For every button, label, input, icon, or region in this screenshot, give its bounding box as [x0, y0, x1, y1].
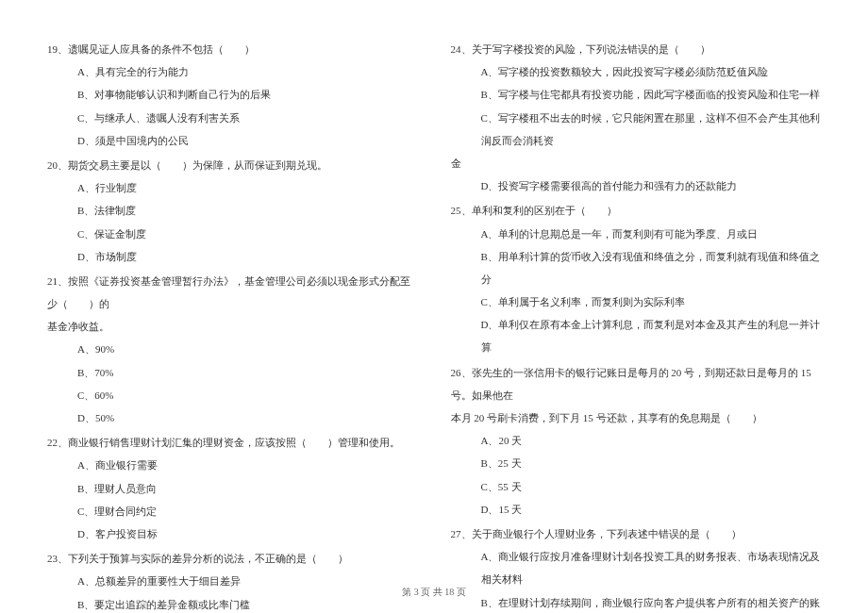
question-text: 27、关于商业银行个人理财业务，下列表述中错误的是（ ）: [451, 522, 822, 545]
option-d: D、市场制度: [47, 245, 418, 268]
question-text: 21、按照《证券投资基金管理暂行办法》，基金管理公司必须以现金形式分配至少（ ）…: [47, 270, 418, 315]
option-d: D、客户投资目标: [47, 522, 418, 545]
option-a: A、商业银行应按月准备理财计划各投资工具的财务报表、市场表现情况及相关材料: [451, 545, 822, 590]
option-b: B、对事物能够认识和判断自己行为的后果: [47, 83, 418, 106]
question-text: 19、遗嘱见证人应具备的条件不包括（ ）: [47, 38, 418, 60]
option-b: B、25 天: [451, 452, 822, 474]
option-a: A、单利的计息期总是一年，而复利则有可能为季度、月或日: [451, 223, 822, 245]
question-22: 22、商业银行销售理财计划汇集的理财资金，应该按照（ ）管理和使用。 A、商业银…: [47, 431, 418, 545]
question-26: 26、张先生的一张信用卡的银行记账日是每月的 20 号，到期还款日是每月的 15…: [451, 361, 822, 521]
question-text: 23、下列关于预算与实际的差异分析的说法，不正确的是（ ）: [47, 547, 418, 570]
option-d: D、50%: [47, 406, 418, 429]
exam-content: 19、遗嘱见证人应具备的条件不包括（ ） A、具有完全的行为能力 B、对事物能够…: [47, 38, 821, 566]
option-a: A、20 天: [451, 429, 822, 452]
question-text-cont: 基金净收益。: [47, 315, 418, 338]
option-c: C、单利属于名义利率，而复利则为实际利率: [451, 290, 822, 313]
option-b: B、理财人员意向: [47, 477, 418, 500]
question-20: 20、期货交易主要是以（ ）为保障，从而保证到期兑现。 A、行业制度 B、法律制…: [47, 154, 418, 268]
option-d: D、单利仅在原有本金上计算利息，而复利是对本金及其产生的利息一并计算: [451, 313, 822, 358]
option-b: B、写字楼与住宅都具有投资功能，因此写字楼面临的投资风险和住宅一样: [451, 83, 822, 106]
option-d: D、15 天: [451, 498, 822, 521]
option-a: A、具有完全的行为能力: [47, 60, 418, 83]
option-a: A、商业银行需要: [47, 454, 418, 476]
right-column: 24、关于写字楼投资的风险，下列说法错误的是（ ） A、写字楼的投资数额较大，因…: [451, 38, 822, 566]
option-c: C、写字楼租不出去的时候，它只能闲置在那里，这样不但不会产生其他利润反而会消耗资: [451, 107, 822, 152]
option-b: B、70%: [47, 361, 418, 384]
option-c: C、保证金制度: [47, 223, 418, 245]
question-19: 19、遗嘱见证人应具备的条件不包括（ ） A、具有完全的行为能力 B、对事物能够…: [47, 38, 418, 152]
question-25: 25、单利和复利的区别在于（ ） A、单利的计息期总是一年，而复利则有可能为季度…: [451, 199, 822, 358]
question-21: 21、按照《证券投资基金管理暂行办法》，基金管理公司必须以现金形式分配至少（ ）…: [47, 270, 418, 429]
question-text: 20、期货交易主要是以（ ）为保障，从而保证到期兑现。: [47, 154, 418, 176]
question-23: 23、下列关于预算与实际的差异分析的说法，不正确的是（ ） A、总额差异的重要性…: [47, 547, 418, 613]
question-text: 24、关于写字楼投资的风险，下列说法错误的是（ ）: [451, 38, 822, 60]
option-c-cont: 金: [451, 152, 822, 174]
question-text: 22、商业银行销售理财计划汇集的理财资金，应该按照（ ）管理和使用。: [47, 431, 418, 454]
option-a: A、写字楼的投资数额较大，因此投资写字楼必须防范贬值风险: [451, 60, 822, 83]
question-27: 27、关于商业银行个人理财业务，下列表述中错误的是（ ） A、商业银行应按月准备…: [451, 522, 822, 613]
left-column: 19、遗嘱见证人应具备的条件不包括（ ） A、具有完全的行为能力 B、对事物能够…: [47, 38, 418, 566]
page-footer: 第 3 页 共 18 页: [0, 586, 868, 599]
option-a: A、行业制度: [47, 176, 418, 199]
option-b: B、用单利计算的货币收入没有现值和终值之分，而复利就有现值和终值之分: [451, 245, 822, 290]
question-24: 24、关于写字楼投资的风险，下列说法错误的是（ ） A、写字楼的投资数额较大，因…: [451, 38, 822, 197]
option-a: A、90%: [47, 338, 418, 360]
option-d: D、投资写字楼需要很高的首付能力和强有力的还款能力: [451, 174, 822, 197]
question-text: 25、单利和复利的区别在于（ ）: [451, 199, 822, 222]
option-c: C、55 天: [451, 475, 822, 498]
question-text-cont: 本月 20 号刷卡消费，到下月 15 号还款，其享有的免息期是（ ）: [451, 406, 822, 429]
question-text: 26、张先生的一张信用卡的银行记账日是每月的 20 号，到期还款日是每月的 15…: [451, 361, 822, 406]
option-b: B、法律制度: [47, 199, 418, 222]
option-c: C、理财合同约定: [47, 500, 418, 522]
option-c: C、60%: [47, 384, 418, 406]
option-c: C、与继承人、遗嘱人没有利害关系: [47, 107, 418, 129]
option-d: D、须是中国境内的公民: [47, 129, 418, 152]
